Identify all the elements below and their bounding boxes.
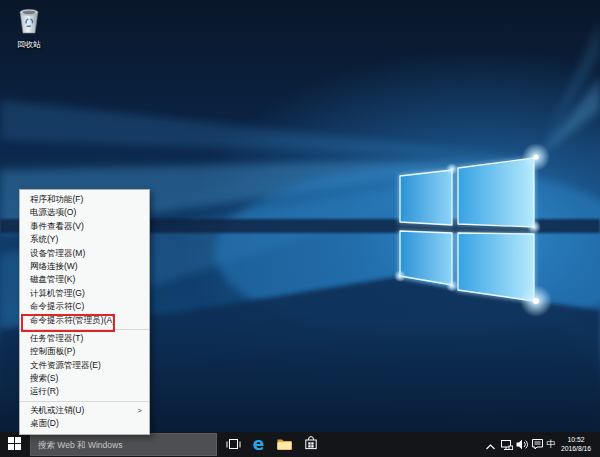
menu-item-label: 网络连接(W) [30,260,142,273]
menu-item-label: 计算机管理(G) [30,287,142,300]
menu-item[interactable]: 磁盘管理(K) [20,273,149,286]
menu-item[interactable]: 程序和功能(F) [20,193,149,206]
chevron-up-icon [486,436,495,454]
menu-item-label: 命令提示符(管理员)(A) [30,314,142,327]
action-center-button[interactable] [530,432,544,457]
menu-item[interactable]: 网络连接(W) [20,260,149,273]
menu-item-label: 关机或注销(U) [30,404,133,417]
menu-item[interactable]: 电源选项(O) [20,206,149,219]
store-button[interactable] [298,432,323,457]
recycle-bin-icon [6,5,52,39]
menu-separator [20,401,149,402]
taskbar-search[interactable] [30,433,217,456]
menu-item[interactable]: 文件资源管理器(E) [20,359,149,372]
menu-item[interactable]: 任务管理器(T) [20,332,149,345]
menu-item-label: 设备管理器(M) [30,247,142,260]
action-center-icon [532,436,543,454]
menu-item[interactable]: 运行(R) [20,385,149,398]
recycle-bin-label: 回收站 [6,40,52,49]
tray-show-hidden-icons-button[interactable] [484,432,497,457]
menu-item-label: 控制面板(P) [30,345,142,358]
windows-logo-icon [8,436,21,454]
clock-time: 10:52 [567,436,584,444]
menu-item-label: 桌面(D) [30,417,142,430]
volume-button[interactable] [514,432,530,457]
task-view-icon [226,436,241,454]
recycle-bin[interactable]: 回收站 [6,5,52,49]
menu-item-label: 事件查看器(V) [30,220,142,233]
menu-item[interactable]: 计算机管理(G) [20,287,149,300]
context-menu: 程序和功能(F)电源选项(O)事件查看器(V)系统(Y)设备管理器(M)网络连接… [19,189,150,435]
menu-item-label: 命令提示符(C) [30,300,142,313]
search-input[interactable] [31,440,216,450]
task-view-button[interactable] [221,432,245,457]
network-icon [501,436,513,454]
store-bag-icon [304,436,318,454]
menu-item[interactable]: 命令提示符(管理员)(A) [20,314,149,327]
menu-item-label: 搜索(S) [30,372,142,385]
menu-item[interactable]: 关机或注销(U)> [20,404,149,417]
tray-clock[interactable]: 10:52 2016/8/16 [556,432,596,457]
menu-item-label: 磁盘管理(K) [30,273,142,286]
ime-language-label: 中 [547,438,556,451]
file-explorer-button[interactable] [272,432,297,457]
chevron-right-icon: > [137,404,142,417]
menu-item[interactable]: 系统(Y) [20,233,149,246]
speaker-icon [516,436,528,454]
menu-separator [20,329,149,330]
menu-item-label: 文件资源管理器(E) [30,359,142,372]
edge-icon: e [253,436,265,453]
menu-item[interactable]: 控制面板(P) [20,345,149,358]
menu-item-label: 电源选项(O) [30,206,142,219]
menu-item[interactable]: 设备管理器(M) [20,247,149,260]
menu-item[interactable]: 命令提示符(C) [20,300,149,313]
folder-icon [277,436,292,454]
menu-item[interactable]: 事件查看器(V) [20,220,149,233]
menu-item-label: 程序和功能(F) [30,193,142,206]
taskbar: e [0,432,600,457]
edge-browser-button[interactable]: e [246,432,271,457]
menu-item-label: 任务管理器(T) [30,332,142,345]
clock-date: 2016/8/16 [561,445,591,453]
network-status-button[interactable] [499,432,515,457]
menu-item[interactable]: 搜索(S) [20,372,149,385]
start-button[interactable] [0,432,28,457]
menu-item-label: 系统(Y) [30,233,142,246]
menu-item[interactable]: 桌面(D) [20,417,149,430]
menu-item-label: 运行(R) [30,385,142,398]
